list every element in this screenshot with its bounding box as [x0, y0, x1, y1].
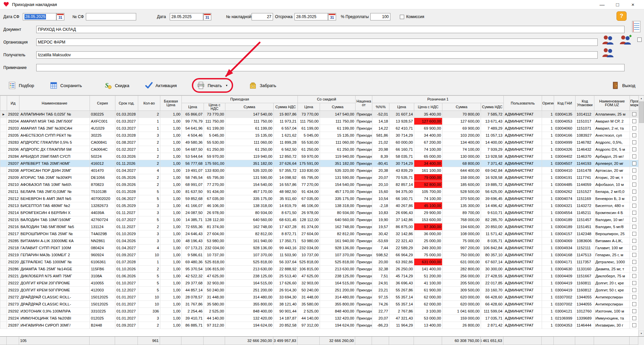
column-subheader[interactable]: Сумма НДС: [274, 103, 298, 111]
table-row[interactable]: 29219ГЕПАРИН МАЗЬ 100МЕ/Г 296092401.09.2…: [0, 252, 639, 259]
row-checkbox[interactable]: [632, 126, 636, 130]
table-row[interactable]: 29223ДОЛГИТ КРЕМ 50Г\ПРОМЕ41200301.12.20…: [0, 287, 639, 294]
row-checkbox[interactable]: [632, 316, 636, 320]
activation-button[interactable]: Активация: [145, 81, 177, 89]
row-checkbox[interactable]: [632, 281, 636, 285]
column-header[interactable]: Пров марк: [630, 96, 639, 111]
column-header[interactable]: Ид: [7, 96, 19, 111]
column-subheader[interactable]: Цена: [182, 103, 204, 111]
table-row[interactable]: 29273ДРАЙДРАЙ CLASSIC ROLL-1501202501.01…: [0, 301, 639, 308]
note-input[interactable]: [36, 64, 625, 71]
row-checkbox[interactable]: [632, 267, 636, 271]
column-header[interactable]: Приходная: [182, 96, 298, 103]
table-row[interactable]: 29222ДОЛГИТ КРЕМ 20Г\ПРОМЕ41005501.10.20…: [0, 280, 639, 287]
row-checkbox[interactable]: [632, 161, 636, 165]
vertical-scrollbar[interactable]: ▲ ▼: [638, 95, 644, 336]
recipient-input[interactable]: [36, 51, 598, 59]
scroll-down-icon[interactable]: ▼: [639, 331, 644, 336]
organization-input[interactable]: [36, 39, 598, 46]
column-header[interactable]: Код ГНИ: [554, 96, 576, 111]
notebook-icon[interactable]: [631, 21, 641, 33]
row-checkbox[interactable]: [632, 274, 636, 278]
exit-button[interactable]: Выход: [611, 81, 635, 89]
column-header[interactable]: Серия: [90, 96, 115, 111]
side-checkbox[interactable]: [637, 38, 642, 42]
table-row[interactable]: 29208АРТОКСАН ПОР Д/ИН 20МГ40147001.04.2…: [0, 167, 639, 174]
invoice-number-input[interactable]: [252, 13, 273, 20]
column-header[interactable]: Наименование: [19, 96, 90, 111]
table-row[interactable]: 29205АНЕСТЕЗОЛ СУПП РЕКТ №3022501.03.202…: [0, 132, 639, 139]
discount-button[interactable]: S Скидка: [104, 81, 129, 89]
table-row[interactable]: 29287ИНГАВИРИН СИРОП 30МГ/B244801.09.202…: [0, 322, 639, 329]
table-row[interactable]: 29206АПДРОПС ДХ ГЛ/КАПЛИ 5МCA0064C01.02.…: [0, 146, 639, 153]
column-subheader[interactable]: Сумма: [225, 103, 274, 111]
row-checkbox[interactable]: [632, 140, 636, 144]
print-button[interactable]: Печать ▾: [197, 81, 227, 89]
table-row[interactable]: 29283АПДРОПС ГЛ/КАПЛИ 0,5% 5CA0084101.08…: [0, 139, 639, 146]
row-checkbox[interactable]: [632, 147, 636, 151]
table-row[interactable]: 29218ГАЛАВИТ СУПП РЕКТ 100М08042401.04.2…: [0, 245, 639, 252]
column-subheader[interactable]: Цена: [389, 103, 414, 111]
table-row[interactable]: 29204АМАРИЛ MSR ТАБ 2МГ/500ГAXFC00101.03…: [0, 118, 639, 125]
row-checkbox[interactable]: [632, 119, 636, 123]
table-row[interactable]: 29209АТОРИС ТАБ 20МГ №30\КРIDE105601.05.…: [0, 174, 639, 181]
row-checkbox[interactable]: [632, 295, 636, 299]
table-row[interactable]: 29211БЕЛАРА ТАБ 2МГ/0,03МГ №T51013B01.01…: [0, 188, 639, 195]
table-row[interactable]: 29221ДИКЛОБЕРЛ N75 АМП 75МГ3108A01.06.20…: [0, 273, 639, 280]
table-row[interactable]: 29217ВЕРОШПИРОН ТАБ 25МГ №T4A029B01.10.2…: [0, 230, 639, 237]
row-checkbox[interactable]: [632, 239, 636, 243]
close-button[interactable]: ×: [625, 2, 641, 7]
take-button[interactable]: Забрать: [249, 81, 276, 89]
row-checkbox[interactable]: [632, 112, 636, 116]
column-subheader[interactable]: Сумма: [442, 103, 481, 111]
row-checkbox[interactable]: [632, 176, 636, 180]
add-client-icon[interactable]: [619, 35, 632, 45]
table-row[interactable]: 29207АРЛЕВЕРТ ТАБ 20МГ/40МГ41601201.11.2…: [0, 160, 639, 167]
date-input[interactable]: 28.05.2025: [170, 13, 203, 20]
column-header[interactable]: Со скидкой: [298, 96, 356, 103]
column-header[interactable]: Оригинал: [542, 96, 554, 111]
row-checkbox[interactable]: [632, 288, 636, 292]
row-checkbox[interactable]: [632, 309, 636, 313]
pick-button[interactable]: Подбор: [8, 81, 34, 89]
column-header[interactable]: Пользователь: [504, 96, 542, 111]
column-header[interactable]: Наименование FOM.UZ: [594, 96, 630, 111]
table-row[interactable]: 29216ВАЛОДИН ТАБ 5МГ/80МГ №513112401.11.…: [0, 223, 639, 230]
row-checkbox[interactable]: [632, 197, 636, 201]
minimize-button[interactable]: —: [594, 2, 610, 7]
deferral-date-input[interactable]: 28.05.2025: [294, 13, 328, 20]
column-subheader[interactable]: Цена: [298, 103, 320, 111]
column-subheader[interactable]: Цена с НДС: [414, 103, 442, 111]
maximize-button[interactable]: □: [610, 2, 625, 7]
column-header[interactable]: Розничная 1: [372, 96, 504, 103]
table-row[interactable]: 29224ИММУНОЦИНК ТАБ №20\BI01202501.01.20…: [0, 315, 639, 322]
help-button[interactable]: ?: [616, 11, 627, 21]
print-dropdown-arrow-icon[interactable]: ▾: [226, 84, 228, 87]
row-checkbox[interactable]: [632, 183, 636, 187]
column-header[interactable]: Наценка от: [356, 96, 372, 111]
row-checkbox[interactable]: [632, 302, 636, 306]
row-checkbox[interactable]: [632, 218, 636, 222]
table-row[interactable]: 29284АРБИДОЛ 25МГ/5МЛ СУСП5022401.03.202…: [0, 153, 639, 160]
row-checkbox[interactable]: [632, 323, 636, 327]
table-row[interactable]: 29212БЕНЕВРОН Б АМП 3МЛ №540700202001.06…: [0, 195, 639, 202]
table-row[interactable]: 29213БИСЕПТОЛ ТАБ 480МГ №21328267301.05.…: [0, 202, 639, 209]
table-row[interactable]: 29292ИЗОТОНИК 0,9% 100МЛ\РА331022501.03.…: [0, 308, 639, 315]
deferral-calendar-button[interactable]: 31: [328, 13, 336, 20]
row-checkbox[interactable]: [632, 190, 636, 194]
row-checkbox[interactable]: [632, 154, 636, 158]
table-row[interactable]: 29210АФОБАЗОЛ ТАБ 10МГ №60\87082301.09.2…: [0, 181, 639, 188]
num-sf-input[interactable]: [86, 13, 136, 20]
save-button[interactable]: Сохранить: [50, 81, 82, 89]
commission-checkbox[interactable]: [400, 15, 404, 19]
row-checkbox[interactable]: [632, 232, 636, 236]
row-checkbox[interactable]: [632, 253, 636, 257]
table-row[interactable]: 29285ВИТАМИН A-LIK 33000МЕ КАNN286101.04…: [0, 237, 639, 245]
document-input[interactable]: [36, 26, 625, 33]
table-row[interactable]: 29215ВАЛОДИН ТАБ 10МГ/160МГ4276072401.07…: [0, 216, 639, 223]
column-subheader[interactable]: %%%: [372, 103, 389, 111]
row-checkbox[interactable]: [632, 211, 636, 215]
table-row[interactable]: ▶29202АЛЛАПИНИН ТАБ 0,025Г №03022501.03.…: [0, 111, 639, 118]
row-checkbox[interactable]: [632, 133, 636, 137]
row-checkbox[interactable]: [632, 168, 636, 172]
